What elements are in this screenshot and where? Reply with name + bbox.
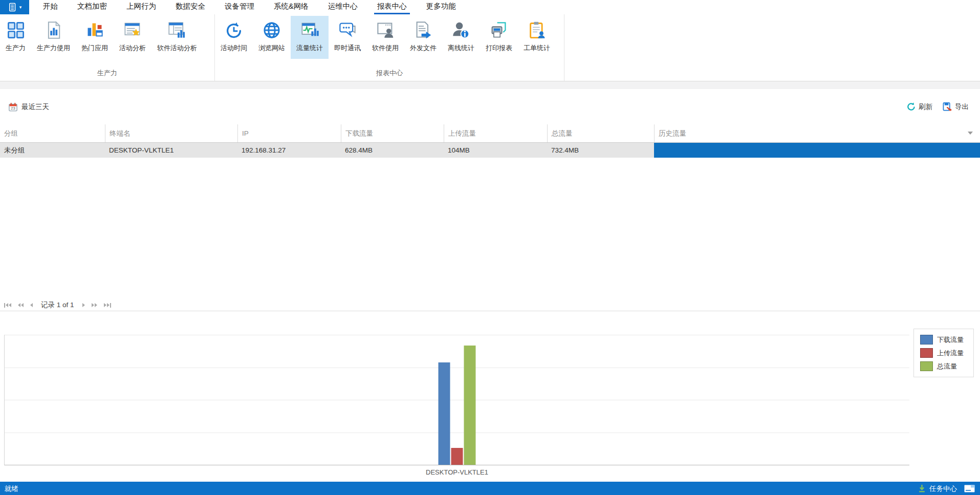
ribbon-group-label: 生产力	[0, 69, 214, 78]
ribbon-item-productivity-usage[interactable]: 生产力使用	[31, 16, 76, 59]
tab-system-network[interactable]: 系统&网络	[271, 0, 312, 14]
cell-download: 628.4MB	[341, 143, 444, 158]
tab-report-center[interactable]: 报表中心	[374, 0, 410, 14]
tab-start[interactable]: 开始	[40, 0, 61, 14]
cell-upload: 104MB	[444, 143, 547, 158]
ribbon-item-label: 离线统计	[448, 44, 474, 53]
legend-swatch-upload	[920, 348, 933, 358]
table-row[interactable]: 未分组 DESKTOP-VLKTLE1 192.168.31.27 628.4M…	[0, 143, 980, 158]
legend-item-upload: 上传流量	[920, 348, 973, 358]
ribbon-lower-strip	[0, 81, 980, 89]
tab-web-behavior[interactable]: 上网行为	[123, 0, 159, 14]
calendar-icon: 23	[8, 102, 18, 112]
ribbon-item-activity-analysis[interactable]: 活动分析	[114, 16, 151, 59]
tab-data-security[interactable]: 数据安全	[172, 0, 208, 14]
export-button[interactable]: 导出	[943, 102, 969, 112]
pagination-bar: 记录 1 of 1	[0, 299, 980, 311]
ribbon-item-label: 工单统计	[524, 44, 550, 53]
document-chart-icon	[45, 21, 63, 39]
ribbon-item-label: 软件活动分析	[157, 44, 197, 53]
app-menu-button[interactable]: ▾	[0, 0, 29, 14]
ribbon-item-work-order-statistics[interactable]: 工单统计	[518, 16, 556, 59]
ribbon-item-print-reports[interactable]: 打印报表	[480, 16, 518, 59]
ribbon-item-offline-statistics[interactable]: 离线统计	[442, 16, 480, 59]
x-axis-category-label: DESKTOP-VLKTLE1	[426, 468, 488, 476]
prev-page-button[interactable]	[29, 302, 34, 308]
ribbon-item-label: 打印报表	[486, 44, 512, 53]
column-header-download[interactable]: 下载流量	[341, 124, 444, 142]
pagination-left-controls	[3, 302, 34, 309]
person-info-icon	[452, 21, 470, 39]
record-count-label: 记录 1 of 1	[41, 300, 74, 310]
column-header-terminal[interactable]: 终端名	[105, 124, 237, 142]
window-icon[interactable]	[964, 485, 975, 492]
tab-more-features[interactable]: 更多功能	[423, 0, 459, 14]
ribbon-item-label: 活动分析	[119, 44, 146, 53]
date-range-selector[interactable]: 23 最近三天	[8, 102, 49, 112]
ribbon-item-software-activity-analysis[interactable]: 软件活动分析	[151, 16, 203, 59]
column-header-upload[interactable]: 上传流量	[444, 124, 547, 142]
first-page-button[interactable]	[3, 302, 12, 309]
legend-item-download: 下载流量	[920, 335, 973, 345]
clock-history-icon	[225, 21, 243, 39]
ribbon-item-label: 生产力	[6, 44, 26, 53]
column-header-ip[interactable]: IP	[237, 124, 341, 142]
ribbon-item-label: 活动时间	[221, 44, 247, 53]
refresh-button[interactable]: 刷新	[906, 102, 932, 112]
task-center-button[interactable]: 任务中心	[918, 484, 957, 493]
next-page-button[interactable]	[81, 302, 86, 308]
tab-ops-center[interactable]: 运维中心	[325, 0, 361, 14]
refresh-label: 刷新	[919, 102, 932, 112]
status-bar: 就绪 任务中心	[0, 482, 980, 495]
document-arrow-icon	[414, 21, 432, 39]
ribbon-item-activity-time[interactable]: 活动时间	[215, 16, 253, 59]
cell-total: 732.4MB	[547, 143, 654, 158]
ribbon-tabs: 开始 文档加密 上网行为 数据安全 设备管理 系统&网络 运维中心 报表中心 更…	[33, 0, 466, 14]
ribbon-item-hot-apps[interactable]: 热门应用	[76, 16, 114, 59]
ribbon-item-productivity[interactable]: 生产力	[0, 16, 31, 59]
gridline	[5, 335, 909, 335]
ribbon-item-instant-messaging[interactable]: 即时通讯	[329, 16, 366, 59]
globe-icon	[263, 21, 281, 39]
legend-label: 上传流量	[937, 349, 964, 358]
download-icon	[918, 484, 926, 493]
ribbon-item-software-usage[interactable]: 软件使用	[366, 16, 404, 59]
ribbon-item-label: 外发文件	[410, 44, 437, 53]
ribbon-item-traffic-statistics[interactable]: 流量统计	[291, 16, 329, 59]
fast-prev-page-button[interactable]	[17, 302, 25, 308]
traffic-chart-panel: DESKTOP-VLKTLE1 下载流量 上传流量 总流量	[0, 311, 980, 482]
ribbon-item-label: 即时通讯	[334, 44, 361, 53]
ribbon-item-label: 流量统计	[296, 44, 323, 53]
table-header: 分组 终端名 IP 下载流量 上传流量 总流量 历史流量	[0, 124, 980, 143]
printer-icon	[490, 21, 508, 39]
filter-bar: 23 最近三天 刷新 导出	[0, 89, 980, 124]
column-dropdown-icon[interactable]	[968, 132, 973, 135]
legend-swatch-total	[920, 361, 933, 371]
column-header-total[interactable]: 总流量	[547, 124, 654, 142]
ribbon-item-outgoing-files[interactable]: 外发文件	[404, 16, 442, 59]
window-chart-icon	[168, 21, 186, 39]
ribbon-group-report-center: 活动时间 浏览网站 流量统计 即时通讯 软件使用 外发文件 离线统计 打印报表	[215, 14, 564, 81]
fast-next-page-button[interactable]	[91, 302, 98, 308]
ribbon-item-label: 浏览网站	[258, 44, 285, 53]
export-icon	[943, 102, 952, 112]
tab-doc-encryption[interactable]: 文档加密	[74, 0, 110, 14]
total-bar	[464, 346, 476, 465]
status-bar-right: 任务中心	[918, 484, 975, 493]
download-bar	[439, 362, 450, 465]
column-header-history[interactable]: 历史流量	[654, 124, 980, 142]
column-header-group[interactable]: 分组	[0, 124, 105, 142]
chevron-down-icon: ▾	[19, 5, 22, 10]
ribbon: 生产力 生产力使用 热门应用 活动分析 软件活动分析 生产力 活动时间 浏览网站	[0, 14, 980, 81]
cell-terminal: DESKTOP-VLKTLE1	[105, 143, 237, 158]
upload-bar	[451, 448, 463, 465]
ribbon-item-label: 软件使用	[372, 44, 399, 53]
ribbon-item-browse-websites[interactable]: 浏览网站	[253, 16, 291, 59]
ribbon-item-label: 生产力使用	[37, 44, 70, 53]
refresh-icon	[906, 102, 916, 112]
legend-item-total: 总流量	[920, 361, 973, 371]
tab-device-management[interactable]: 设备管理	[222, 0, 257, 14]
last-page-button[interactable]	[103, 302, 112, 309]
ribbon-item-label: 热门应用	[81, 44, 108, 53]
task-center-label: 任务中心	[929, 484, 957, 493]
